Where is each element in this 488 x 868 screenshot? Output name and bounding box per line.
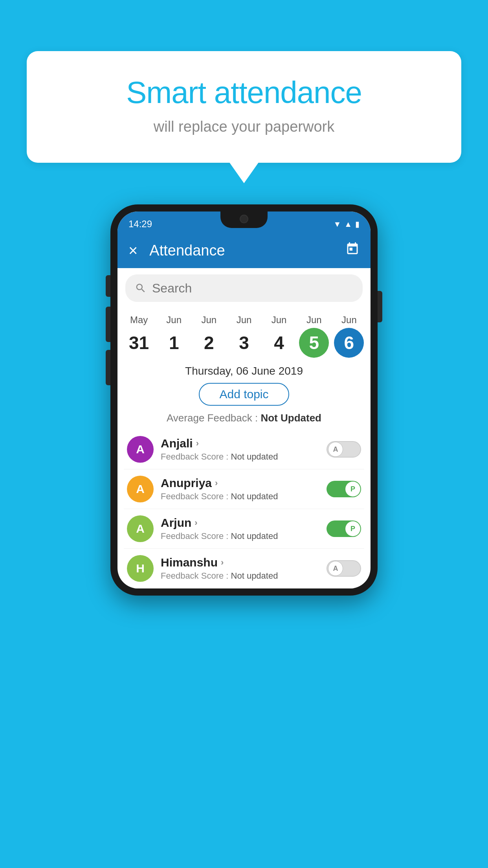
- student-name-text: Anjali: [161, 437, 193, 450]
- search-input[interactable]: [152, 281, 353, 296]
- speech-bubble: Smart attendance will replace your paper…: [27, 51, 461, 163]
- phone-frame: 14:29 ▼ ▲ ▮ × Attendance: [110, 204, 378, 596]
- toggle-knob: P: [345, 521, 360, 536]
- chevron-icon: ›: [221, 557, 224, 568]
- feedback-value: Not updated: [231, 571, 278, 581]
- date-month: Jun: [341, 314, 357, 326]
- wifi-icon: ▼: [333, 220, 341, 229]
- feedback-value: Not updated: [231, 531, 278, 541]
- app-bar: × Attendance: [117, 233, 371, 268]
- avg-feedback: Average Feedback : Not Updated: [117, 412, 371, 430]
- student-info: Himanshu›Feedback Score : Not updated: [161, 556, 319, 581]
- student-name: Himanshu›: [161, 556, 319, 569]
- volume-up-button: [106, 307, 110, 342]
- toggle-knob: A: [328, 442, 343, 457]
- attendance-toggle[interactable]: P: [327, 520, 361, 537]
- status-icons: ▼ ▲ ▮: [333, 219, 360, 229]
- date-col[interactable]: Jun2: [193, 314, 225, 358]
- feedback-value: Not updated: [231, 491, 278, 501]
- selected-date-label: Thursday, 06 June 2019: [117, 361, 371, 383]
- date-month: Jun: [237, 314, 252, 326]
- student-feedback: Feedback Score : Not updated: [161, 491, 319, 502]
- student-row[interactable]: AArjun›Feedback Score : Not updatedP: [124, 509, 364, 549]
- close-button[interactable]: ×: [128, 242, 138, 259]
- student-name: Anupriya›: [161, 476, 319, 490]
- feedback-label: Feedback Score :: [161, 452, 231, 462]
- add-topic-button[interactable]: Add topic: [199, 383, 289, 406]
- student-avatar: H: [127, 555, 154, 582]
- student-name: Anjali›: [161, 437, 319, 450]
- phone-notch: [220, 211, 268, 228]
- date-number[interactable]: 31: [124, 328, 154, 358]
- power-button: [378, 291, 382, 322]
- student-row[interactable]: AAnjali›Feedback Score : Not updatedA: [124, 430, 364, 469]
- volume-down-button: [106, 350, 110, 385]
- date-col[interactable]: Jun1: [158, 314, 190, 358]
- feedback-label: Feedback Score :: [161, 571, 231, 581]
- chevron-icon: ›: [194, 518, 197, 528]
- attendance-toggle[interactable]: P: [327, 481, 361, 497]
- student-list: AAnjali›Feedback Score : Not updatedAAAn…: [117, 430, 371, 588]
- attendance-toggle[interactable]: A: [327, 560, 361, 577]
- phone-wrapper: 14:29 ▼ ▲ ▮ × Attendance: [110, 204, 378, 596]
- student-info: Anjali›Feedback Score : Not updated: [161, 437, 319, 462]
- feedback-value: Not updated: [231, 452, 278, 462]
- date-col[interactable]: May31: [123, 314, 155, 358]
- student-avatar: A: [127, 476, 154, 502]
- date-col[interactable]: Jun5: [298, 314, 330, 358]
- student-feedback: Feedback Score : Not updated: [161, 452, 319, 462]
- student-info: Anupriya›Feedback Score : Not updated: [161, 476, 319, 502]
- date-month: Jun: [201, 314, 216, 326]
- phone-screen: 14:29 ▼ ▲ ▮ × Attendance: [117, 211, 371, 588]
- student-avatar: A: [127, 436, 154, 463]
- date-number[interactable]: 3: [229, 328, 259, 358]
- battery-icon: ▮: [355, 219, 360, 229]
- date-month: Jun: [166, 314, 182, 326]
- date-strip: May31Jun1Jun2Jun3Jun4Jun5Jun6: [117, 308, 371, 361]
- date-month: May: [130, 314, 148, 326]
- toggle-knob: P: [345, 482, 360, 497]
- date-number[interactable]: 6: [334, 328, 364, 358]
- signal-icon: ▲: [344, 220, 352, 229]
- phone-camera: [240, 215, 248, 223]
- chevron-icon: ›: [196, 438, 199, 449]
- student-avatar: A: [127, 515, 154, 542]
- student-name-text: Arjun: [161, 516, 191, 530]
- app-bar-title: Attendance: [149, 242, 334, 259]
- chevron-icon: ›: [215, 478, 218, 488]
- student-feedback: Feedback Score : Not updated: [161, 571, 319, 581]
- search-bar: [125, 274, 363, 302]
- student-name-text: Anupriya: [161, 476, 212, 490]
- status-time: 14:29: [128, 219, 152, 230]
- avg-feedback-label: Average Feedback :: [167, 412, 261, 424]
- date-month: Jun: [306, 314, 322, 326]
- student-name: Arjun›: [161, 516, 319, 530]
- feedback-label: Feedback Score :: [161, 531, 231, 541]
- date-number[interactable]: 5: [299, 328, 329, 358]
- bubble-title: Smart attendance: [46, 75, 442, 110]
- date-col[interactable]: Jun6: [333, 314, 365, 358]
- toggle-knob: A: [328, 561, 343, 576]
- date-number[interactable]: 4: [264, 328, 294, 358]
- date-number[interactable]: 1: [159, 328, 189, 358]
- feedback-label: Feedback Score :: [161, 491, 231, 501]
- student-feedback: Feedback Score : Not updated: [161, 531, 319, 541]
- calendar-icon[interactable]: [345, 242, 360, 259]
- avg-feedback-value: Not Updated: [261, 412, 321, 424]
- date-month: Jun: [272, 314, 287, 326]
- date-col[interactable]: Jun4: [263, 314, 295, 358]
- bubble-subtitle: will replace your paperwork: [46, 118, 442, 135]
- student-row[interactable]: AAnupriya›Feedback Score : Not updatedP: [124, 469, 364, 509]
- date-col[interactable]: Jun3: [228, 314, 260, 358]
- search-icon: [135, 282, 147, 294]
- student-info: Arjun›Feedback Score : Not updated: [161, 516, 319, 541]
- attendance-toggle[interactable]: A: [327, 441, 361, 458]
- silent-button: [106, 275, 110, 297]
- student-name-text: Himanshu: [161, 556, 218, 569]
- speech-bubble-wrapper: Smart attendance will replace your paper…: [27, 51, 461, 163]
- student-row[interactable]: HHimanshu›Feedback Score : Not updatedA: [124, 549, 364, 588]
- date-number[interactable]: 2: [194, 328, 224, 358]
